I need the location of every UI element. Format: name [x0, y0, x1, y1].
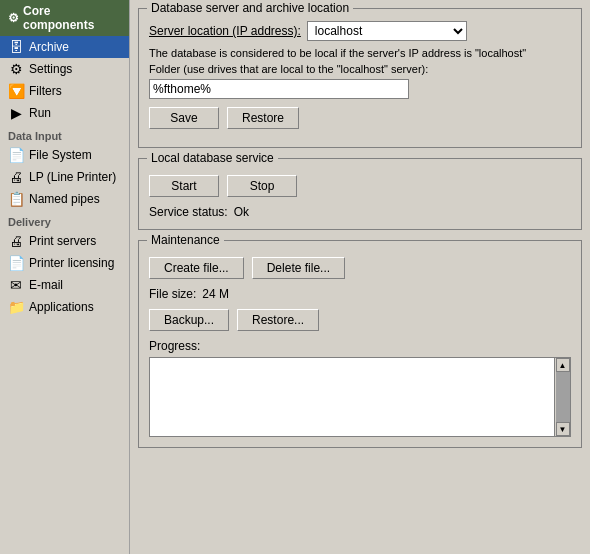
- sidebar-item-settings[interactable]: ⚙ Settings: [0, 58, 129, 80]
- service-status-value: Ok: [234, 205, 249, 219]
- scroll-up-arrow[interactable]: ▲: [556, 358, 570, 372]
- sidebar-label-applications: Applications: [29, 300, 94, 314]
- folder-input[interactable]: [149, 79, 409, 99]
- sidebar-item-lp-printer[interactable]: 🖨 LP (Line Printer): [0, 166, 129, 188]
- maintenance-group: Maintenance Create file... Delete file..…: [138, 240, 582, 448]
- sidebar-label-named-pipes: Named pipes: [29, 192, 100, 206]
- db-button-row: Save Restore: [149, 107, 571, 129]
- sidebar-label-email: E-mail: [29, 278, 63, 292]
- sidebar-label-lp: LP (Line Printer): [29, 170, 116, 184]
- local-db-group: Local database service Start Stop Servic…: [138, 158, 582, 230]
- maintenance-title: Maintenance: [147, 233, 224, 247]
- sidebar-label-run: Run: [29, 106, 51, 120]
- folder-label: Folder (use drives that are local to the…: [149, 63, 571, 75]
- create-file-button[interactable]: Create file...: [149, 257, 244, 279]
- service-button-row: Start Stop: [149, 175, 571, 197]
- sidebar-item-applications[interactable]: 📁 Applications: [0, 296, 129, 318]
- named-pipes-icon: 📋: [8, 191, 24, 207]
- db-server-title: Database server and archive location: [147, 1, 353, 15]
- server-location-label: Server location (IP address):: [149, 24, 301, 38]
- sidebar: ⚙ Core components 🗄 Archive ⚙ Settings 🔽…: [0, 0, 130, 554]
- delete-file-button[interactable]: Delete file...: [252, 257, 345, 279]
- start-button[interactable]: Start: [149, 175, 219, 197]
- sidebar-item-print-servers[interactable]: 🖨 Print servers: [0, 230, 129, 252]
- applications-icon: 📁: [8, 299, 24, 315]
- sidebar-item-named-pipes[interactable]: 📋 Named pipes: [0, 188, 129, 210]
- backup-button[interactable]: Backup...: [149, 309, 229, 331]
- sidebar-item-file-system[interactable]: 📄 File System: [0, 144, 129, 166]
- email-icon: ✉: [8, 277, 24, 293]
- restore-maintenance-button[interactable]: Restore...: [237, 309, 319, 331]
- sidebar-label-printer-licensing: Printer licensing: [29, 256, 114, 270]
- backup-button-row: Backup... Restore...: [149, 309, 571, 331]
- sidebar-header-label: Core components: [23, 4, 121, 32]
- run-icon: ▶: [8, 105, 24, 121]
- file-button-row: Create file... Delete file...: [149, 257, 571, 279]
- sidebar-item-archive[interactable]: 🗄 Archive: [0, 36, 129, 58]
- file-size-value: 24 M: [202, 287, 229, 301]
- progress-scrollbar: ▲ ▼: [554, 358, 570, 436]
- service-status-row: Service status: Ok: [149, 205, 571, 219]
- save-button[interactable]: Save: [149, 107, 219, 129]
- scroll-track: [556, 372, 570, 422]
- sidebar-label-filters: Filters: [29, 84, 62, 98]
- file-size-row: File size: 24 M: [149, 287, 571, 301]
- service-status-label: Service status:: [149, 205, 228, 219]
- data-input-section: Data Input: [0, 124, 129, 144]
- server-location-row: Server location (IP address): localhost: [149, 21, 571, 41]
- sidebar-item-printer-licensing[interactable]: 📄 Printer licensing: [0, 252, 129, 274]
- sidebar-item-run[interactable]: ▶ Run: [0, 102, 129, 124]
- sidebar-label-file-system: File System: [29, 148, 92, 162]
- stop-button[interactable]: Stop: [227, 175, 297, 197]
- sidebar-item-email[interactable]: ✉ E-mail: [0, 274, 129, 296]
- scroll-down-arrow[interactable]: ▼: [556, 422, 570, 436]
- db-server-group: Database server and archive location Ser…: [138, 8, 582, 148]
- sidebar-label-print-servers: Print servers: [29, 234, 96, 248]
- lp-icon: 🖨: [8, 169, 24, 185]
- local-db-title: Local database service: [147, 151, 278, 165]
- file-system-icon: 📄: [8, 147, 24, 163]
- core-icon: ⚙: [8, 11, 19, 25]
- sidebar-label-archive: Archive: [29, 40, 69, 54]
- print-servers-icon: 🖨: [8, 233, 24, 249]
- settings-icon: ⚙: [8, 61, 24, 77]
- sidebar-header: ⚙ Core components: [0, 0, 129, 36]
- progress-area: ▲ ▼: [149, 357, 571, 437]
- restore-button[interactable]: Restore: [227, 107, 299, 129]
- progress-label: Progress:: [149, 339, 571, 353]
- db-info-text: The database is considered to be local i…: [149, 47, 571, 59]
- server-location-select[interactable]: localhost: [307, 21, 467, 41]
- printer-licensing-icon: 📄: [8, 255, 24, 271]
- sidebar-label-settings: Settings: [29, 62, 72, 76]
- archive-icon: 🗄: [8, 39, 24, 55]
- main-content: Database server and archive location Ser…: [130, 0, 590, 554]
- file-size-label: File size:: [149, 287, 196, 301]
- delivery-section: Delivery: [0, 210, 129, 230]
- sidebar-item-filters[interactable]: 🔽 Filters: [0, 80, 129, 102]
- filters-icon: 🔽: [8, 83, 24, 99]
